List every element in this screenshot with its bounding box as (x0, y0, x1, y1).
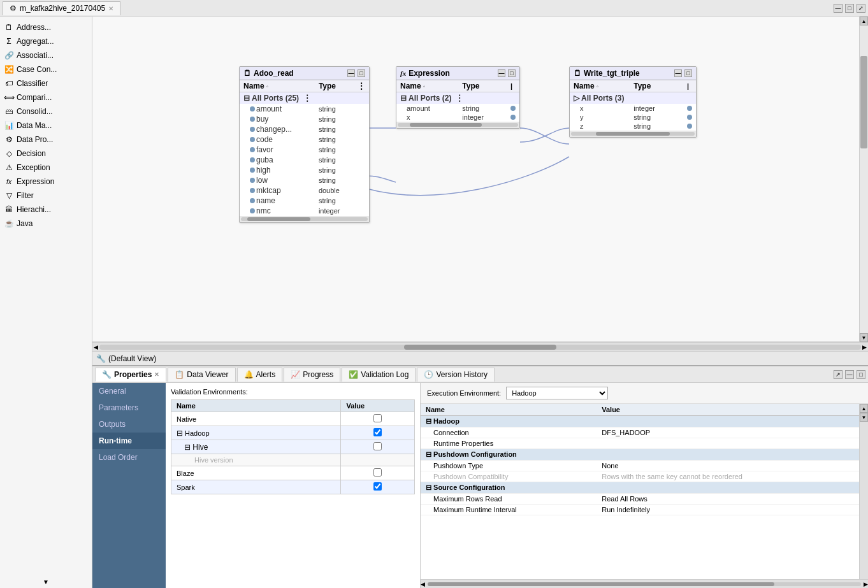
nav-parameters[interactable]: Parameters (92, 399, 166, 416)
sidebar-item-address[interactable]: 🗒 Address... (0, 20, 92, 34)
minimize-button[interactable]: — (834, 4, 843, 13)
expression-maximize-btn[interactable]: □ (508, 69, 516, 77)
expand-icon[interactable]: ⊟ (243, 94, 250, 103)
native-label: Native (171, 412, 341, 426)
sidebar-item-filter[interactable]: ▽ Filter (0, 189, 92, 203)
node-adoo-read[interactable]: 🗒 Adoo_read — □ Name (239, 66, 370, 223)
vscroll-up-btn[interactable]: ▲ (860, 17, 868, 25)
blaze-checkbox-cell[interactable] (341, 466, 415, 480)
sidebar-item-datama[interactable]: 📊 Data Ma... (0, 118, 92, 133)
node-write-tgt-triple[interactable]: 🗒 Write_tgt_triple — □ Name (569, 66, 697, 138)
sidebar-collapse-icon[interactable]: ▼ (43, 578, 49, 585)
props-hscroll-thumb[interactable] (428, 582, 774, 586)
tab-alerts[interactable]: 🔔 Alerts (237, 368, 283, 382)
tab-close-icon[interactable]: ✕ (108, 5, 113, 12)
spark-checkbox[interactable] (373, 482, 382, 491)
properties-tab-close[interactable]: ✕ (154, 371, 159, 378)
sidebar-item-decision[interactable]: ◇ Decision (0, 147, 92, 161)
adoo-read-minimize-btn[interactable]: — (347, 69, 355, 77)
runtime-properties-label: Runtime Properties (421, 438, 597, 449)
sidebar-item-aggregat[interactable]: Σ Aggregat... (0, 34, 92, 48)
sidebar-item-classifier[interactable]: 🏷 Classifier (0, 76, 92, 90)
nav-loadorder[interactable]: Load Order (92, 449, 166, 466)
write-controls: — □ (674, 69, 692, 77)
sidebar-item-label: Decision (17, 149, 46, 158)
adoo-read-table: Name ◦ Type ⋮ (240, 80, 369, 216)
props-row-max-rows: Maximum Rows Read Read All Rows (421, 494, 859, 505)
nav-runtime[interactable]: Run-time (92, 433, 166, 449)
tab-properties[interactable]: 🔧 Properties ✕ (95, 368, 166, 382)
native-checkbox[interactable] (373, 414, 382, 422)
exec-env-select[interactable]: Hadoop Native Blaze Spark (506, 387, 608, 399)
hscroll-thumb[interactable] (404, 345, 556, 350)
hive-checkbox-cell[interactable] (341, 440, 415, 454)
sort-icon[interactable]: ◦ (266, 83, 269, 90)
adoo-read-maximize-btn[interactable]: □ (358, 69, 365, 77)
write-hscroll-thumb[interactable] (596, 132, 670, 136)
sidebar-item-compari[interactable]: ⟺ Compari... (0, 90, 92, 104)
props-row-pushdown-type: Pushdown Type None (421, 461, 859, 471)
sort-icon[interactable]: ◦ (597, 83, 599, 90)
sidebar-item-associati[interactable]: 🔗 Associati... (0, 48, 92, 62)
hscroll-track[interactable] (99, 345, 861, 350)
write-minimize-btn[interactable]: — (674, 69, 682, 77)
canvas-vscroll: ▲ ▼ (859, 17, 868, 342)
expr-hscroll-thumb[interactable] (410, 123, 482, 127)
hive-checkbox[interactable] (373, 442, 382, 450)
bottom-panel-max-btn[interactable]: □ (857, 370, 865, 379)
sidebar-item-expression[interactable]: fx Expression (0, 175, 92, 189)
hadoop-expand-icon[interactable]: ⊟ (177, 429, 183, 438)
main-layout: 🗒 Address... Σ Aggregat... 🔗 Associati..… (0, 17, 868, 588)
sidebar-item-exception[interactable]: ⚠ Exception (0, 161, 92, 175)
hadoop-checkbox-cell[interactable] (341, 426, 415, 440)
node-adoo-read-header: 🗒 Adoo_read — □ (240, 67, 369, 80)
spark-checkbox-cell[interactable] (341, 480, 415, 494)
props-hscroll-right[interactable]: ▶ (864, 581, 868, 587)
nav-general[interactable]: General (92, 383, 166, 399)
aggregat-icon: Σ (4, 36, 14, 47)
port-dot (687, 124, 692, 129)
vscroll-down-btn[interactable]: ▼ (860, 333, 868, 342)
main-tab[interactable]: ⚙ m_kafka2hive_20170405 ✕ (3, 1, 120, 15)
adoo-hscroll-thumb[interactable] (247, 217, 311, 221)
expression-minimize-btn[interactable]: — (498, 69, 505, 77)
expand-icon[interactable]: ⊟ (400, 94, 407, 103)
hive-expand-icon[interactable]: ⊟ (184, 443, 191, 452)
write-col-type: Type (630, 80, 683, 92)
sort-icon[interactable]: ◦ (423, 83, 426, 90)
props-hscroll-left[interactable]: ◀ (421, 581, 425, 587)
tab-dataviewer[interactable]: 📋 Data Viewer (168, 368, 235, 382)
sidebar-item-casecon[interactable]: 🔀 Case Con... (0, 62, 92, 76)
props-vscroll-down[interactable]: ▼ (860, 413, 868, 422)
props-vscroll-up[interactable]: ▲ (860, 404, 868, 413)
blaze-checkbox[interactable] (373, 468, 382, 477)
tab-validationlog[interactable]: ✅ Validation Log (342, 368, 416, 382)
expand-icon[interactable]: ▷ (574, 94, 579, 103)
sidebar-item-label: Filter (17, 191, 34, 200)
hscroll-right-btn[interactable]: ▶ (862, 344, 867, 350)
bottom-panel-popup-btn[interactable]: ↗ (834, 370, 843, 379)
tab-versionhistory[interactable]: 🕒 Version History (417, 368, 495, 382)
sidebar-item-consolid[interactable]: 🗃 Consolid... (0, 104, 92, 118)
bottom-panel-min-btn[interactable]: — (845, 370, 854, 379)
vscroll-thumb[interactable] (860, 56, 867, 148)
maximize-button[interactable]: □ (845, 4, 854, 13)
sidebar-item-hierachi[interactable]: 🏛 Hierachi... (0, 203, 92, 217)
hscroll-left-btn[interactable]: ◀ (94, 344, 98, 350)
pushdown-type-value: None (597, 461, 859, 471)
sidebar-item-label: Consolid... (17, 107, 53, 116)
native-checkbox-cell[interactable] (341, 412, 415, 426)
nav-outputs[interactable]: Outputs (92, 416, 166, 433)
sidebar-item-datapro[interactable]: ⚙ Data Pro... (0, 133, 92, 147)
restore-button[interactable]: ⤢ (857, 4, 865, 13)
port-dot (687, 115, 692, 120)
canvas-area[interactable]: 🗒 Adoo_read — □ Name (92, 17, 859, 342)
node-expression[interactable]: fx Expression — □ Name (396, 66, 520, 129)
tab-progress[interactable]: 📈 Progress (284, 368, 340, 382)
write-maximize-btn[interactable]: □ (684, 69, 692, 77)
hadoop-checkbox[interactable] (373, 428, 382, 436)
vscroll-track[interactable] (860, 25, 868, 333)
max-rows-value: Read All Rows (597, 494, 859, 505)
sidebar-item-java[interactable]: ☕ Java (0, 217, 92, 231)
node-write-header: 🗒 Write_tgt_triple — □ (570, 67, 696, 80)
